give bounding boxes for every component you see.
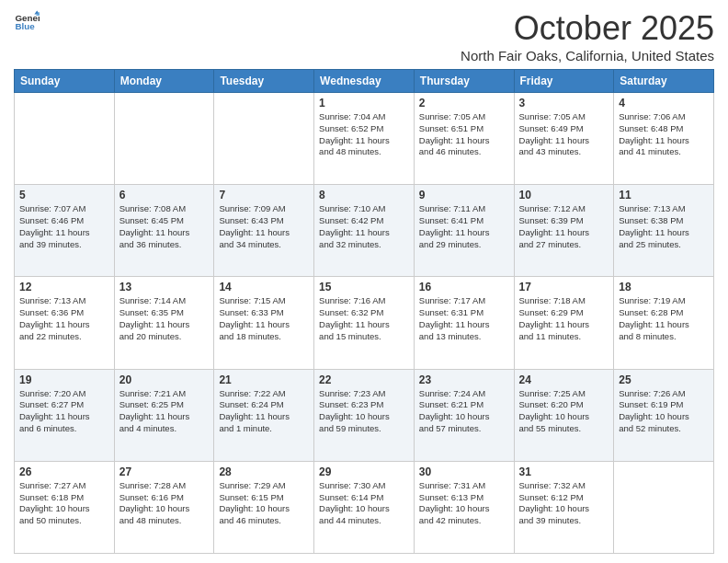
day-number: 6 (119, 189, 210, 201)
day-header-tuesday: Tuesday (214, 70, 314, 93)
day-info: Sunrise: 7:22 AM Sunset: 6:24 PM Dayligh… (219, 388, 309, 435)
day-number: 22 (319, 373, 409, 386)
day-info: Sunrise: 7:05 AM Sunset: 6:51 PM Dayligh… (419, 111, 509, 158)
calendar-cell: 26Sunrise: 7:27 AM Sunset: 6:18 PM Dayli… (15, 461, 115, 553)
calendar-week-4: 19Sunrise: 7:20 AM Sunset: 6:27 PM Dayli… (15, 369, 714, 461)
calendar-week-3: 12Sunrise: 7:13 AM Sunset: 6:36 PM Dayli… (15, 277, 714, 369)
calendar-table: SundayMondayTuesdayWednesdayThursdayFrid… (14, 69, 714, 554)
day-info: Sunrise: 7:32 AM Sunset: 6:12 PM Dayligh… (519, 480, 609, 527)
day-number: 13 (119, 281, 210, 293)
calendar-cell: 16Sunrise: 7:17 AM Sunset: 6:31 PM Dayli… (414, 277, 514, 369)
day-number: 3 (519, 97, 609, 109)
day-info: Sunrise: 7:30 AM Sunset: 6:14 PM Dayligh… (319, 480, 409, 527)
calendar-cell: 1Sunrise: 7:04 AM Sunset: 6:52 PM Daylig… (314, 93, 415, 185)
day-number: 30 (419, 465, 509, 478)
day-info: Sunrise: 7:27 AM Sunset: 6:18 PM Dayligh… (19, 480, 109, 527)
day-header-thursday: Thursday (414, 70, 514, 93)
day-info: Sunrise: 7:13 AM Sunset: 6:38 PM Dayligh… (619, 203, 709, 250)
calendar-cell: 21Sunrise: 7:22 AM Sunset: 6:24 PM Dayli… (214, 369, 314, 461)
day-info: Sunrise: 7:28 AM Sunset: 6:16 PM Dayligh… (119, 480, 210, 527)
calendar-cell: 4Sunrise: 7:06 AM Sunset: 6:48 PM Daylig… (614, 93, 714, 185)
day-header-wednesday: Wednesday (314, 70, 415, 93)
day-info: Sunrise: 7:16 AM Sunset: 6:32 PM Dayligh… (319, 295, 409, 342)
calendar-cell: 31Sunrise: 7:32 AM Sunset: 6:12 PM Dayli… (514, 461, 614, 553)
calendar-cell: 30Sunrise: 7:31 AM Sunset: 6:13 PM Dayli… (414, 461, 514, 553)
day-number: 8 (319, 189, 409, 201)
calendar-header-row: SundayMondayTuesdayWednesdayThursdayFrid… (15, 70, 714, 93)
day-number: 27 (119, 465, 210, 478)
logo-icon: General Blue (14, 9, 40, 35)
day-info: Sunrise: 7:18 AM Sunset: 6:29 PM Dayligh… (519, 295, 609, 342)
title-block: October 2025 North Fair Oaks, California… (461, 9, 714, 63)
calendar-cell (214, 93, 314, 185)
day-number: 26 (19, 465, 109, 478)
day-header-saturday: Saturday (614, 70, 714, 93)
day-number: 20 (119, 373, 210, 386)
calendar-cell: 8Sunrise: 7:10 AM Sunset: 6:42 PM Daylig… (314, 185, 415, 277)
day-number: 14 (219, 281, 309, 293)
day-number: 12 (19, 281, 109, 293)
calendar-cell: 10Sunrise: 7:12 AM Sunset: 6:39 PM Dayli… (514, 185, 614, 277)
day-number: 23 (419, 373, 509, 386)
calendar-cell (15, 93, 115, 185)
day-number: 4 (619, 97, 709, 109)
header: General Blue October 2025 North Fair Oak… (14, 9, 714, 63)
day-number: 31 (519, 465, 609, 478)
day-info: Sunrise: 7:23 AM Sunset: 6:23 PM Dayligh… (319, 388, 409, 435)
day-info: Sunrise: 7:15 AM Sunset: 6:33 PM Dayligh… (219, 295, 309, 342)
calendar-cell: 19Sunrise: 7:20 AM Sunset: 6:27 PM Dayli… (15, 369, 115, 461)
calendar-week-1: 1Sunrise: 7:04 AM Sunset: 6:52 PM Daylig… (15, 93, 714, 185)
day-number: 16 (419, 281, 509, 293)
calendar-cell: 27Sunrise: 7:28 AM Sunset: 6:16 PM Dayli… (114, 461, 214, 553)
day-info: Sunrise: 7:29 AM Sunset: 6:15 PM Dayligh… (219, 480, 309, 527)
calendar-cell: 11Sunrise: 7:13 AM Sunset: 6:38 PM Dayli… (614, 185, 714, 277)
calendar-cell: 2Sunrise: 7:05 AM Sunset: 6:51 PM Daylig… (414, 93, 514, 185)
day-number: 11 (619, 189, 709, 201)
calendar-week-5: 26Sunrise: 7:27 AM Sunset: 6:18 PM Dayli… (15, 461, 714, 553)
calendar-cell: 5Sunrise: 7:07 AM Sunset: 6:46 PM Daylig… (15, 185, 115, 277)
calendar-cell: 24Sunrise: 7:25 AM Sunset: 6:20 PM Dayli… (514, 369, 614, 461)
location-title: North Fair Oaks, California, United Stat… (461, 48, 714, 63)
calendar-cell: 28Sunrise: 7:29 AM Sunset: 6:15 PM Dayli… (214, 461, 314, 553)
calendar-cell: 18Sunrise: 7:19 AM Sunset: 6:28 PM Dayli… (614, 277, 714, 369)
day-info: Sunrise: 7:07 AM Sunset: 6:46 PM Dayligh… (19, 203, 109, 250)
day-info: Sunrise: 7:09 AM Sunset: 6:43 PM Dayligh… (219, 203, 309, 250)
day-info: Sunrise: 7:31 AM Sunset: 6:13 PM Dayligh… (419, 480, 509, 527)
day-info: Sunrise: 7:14 AM Sunset: 6:35 PM Dayligh… (119, 295, 210, 342)
day-info: Sunrise: 7:24 AM Sunset: 6:21 PM Dayligh… (419, 388, 509, 435)
day-info: Sunrise: 7:21 AM Sunset: 6:25 PM Dayligh… (119, 388, 210, 435)
day-number: 18 (619, 281, 709, 293)
day-number: 25 (619, 373, 709, 386)
calendar-cell (114, 93, 214, 185)
calendar-cell: 7Sunrise: 7:09 AM Sunset: 6:43 PM Daylig… (214, 185, 314, 277)
day-info: Sunrise: 7:05 AM Sunset: 6:49 PM Dayligh… (519, 111, 609, 158)
day-info: Sunrise: 7:20 AM Sunset: 6:27 PM Dayligh… (19, 388, 109, 435)
day-info: Sunrise: 7:19 AM Sunset: 6:28 PM Dayligh… (619, 295, 709, 342)
day-number: 19 (19, 373, 109, 386)
calendar-cell: 15Sunrise: 7:16 AM Sunset: 6:32 PM Dayli… (314, 277, 415, 369)
calendar-cell: 6Sunrise: 7:08 AM Sunset: 6:45 PM Daylig… (114, 185, 214, 277)
day-number: 2 (419, 97, 509, 109)
calendar-cell (614, 461, 714, 553)
day-number: 29 (319, 465, 409, 478)
day-info: Sunrise: 7:11 AM Sunset: 6:41 PM Dayligh… (419, 203, 509, 250)
calendar-cell: 14Sunrise: 7:15 AM Sunset: 6:33 PM Dayli… (214, 277, 314, 369)
calendar-cell: 13Sunrise: 7:14 AM Sunset: 6:35 PM Dayli… (114, 277, 214, 369)
day-number: 21 (219, 373, 309, 386)
day-number: 15 (319, 281, 409, 293)
calendar-cell: 20Sunrise: 7:21 AM Sunset: 6:25 PM Dayli… (114, 369, 214, 461)
calendar-cell: 17Sunrise: 7:18 AM Sunset: 6:29 PM Dayli… (514, 277, 614, 369)
calendar-week-2: 5Sunrise: 7:07 AM Sunset: 6:46 PM Daylig… (15, 185, 714, 277)
calendar-cell: 23Sunrise: 7:24 AM Sunset: 6:21 PM Dayli… (414, 369, 514, 461)
day-number: 10 (519, 189, 609, 201)
day-number: 17 (519, 281, 609, 293)
day-number: 9 (419, 189, 509, 201)
day-header-friday: Friday (514, 70, 614, 93)
day-number: 1 (319, 97, 409, 109)
calendar-cell: 29Sunrise: 7:30 AM Sunset: 6:14 PM Dayli… (314, 461, 415, 553)
day-header-monday: Monday (114, 70, 214, 93)
calendar-cell: 25Sunrise: 7:26 AM Sunset: 6:19 PM Dayli… (614, 369, 714, 461)
day-number: 24 (519, 373, 609, 386)
calendar-cell: 22Sunrise: 7:23 AM Sunset: 6:23 PM Dayli… (314, 369, 415, 461)
day-info: Sunrise: 7:12 AM Sunset: 6:39 PM Dayligh… (519, 203, 609, 250)
